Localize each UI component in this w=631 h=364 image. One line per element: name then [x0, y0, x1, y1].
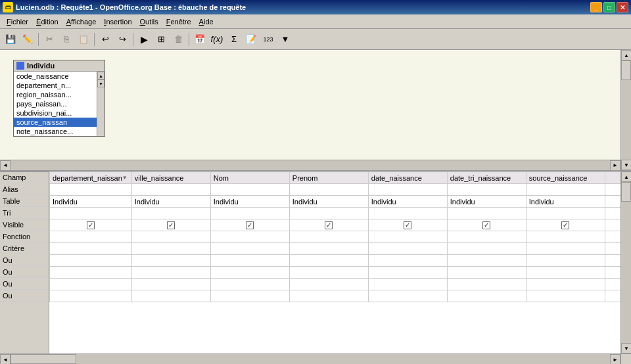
fonction-col4[interactable] — [289, 231, 368, 243]
ou4-col3[interactable] — [210, 290, 289, 302]
champ-col5[interactable]: date_naissance — [368, 172, 447, 184]
fonction-col6[interactable] — [447, 231, 526, 243]
ou1-col5[interactable] — [368, 255, 447, 267]
field-source[interactable]: source_naissan — [14, 118, 97, 127]
ou3-col4[interactable] — [289, 279, 368, 290]
visible-checkbox-1[interactable] — [87, 221, 95, 229]
ou4-col4[interactable] — [289, 290, 368, 302]
window-controls[interactable]: _ □ ✕ — [590, 2, 628, 12]
visible-col6[interactable] — [447, 219, 526, 231]
grid-vscrollbar[interactable]: ▲ ▼ — [620, 171, 631, 353]
scroll-right-arrow[interactable]: ► — [610, 160, 620, 171]
ou3-col6[interactable] — [447, 279, 526, 290]
field-note[interactable]: note_naissance... — [14, 127, 97, 136]
design-view-button[interactable]: ⊞ — [153, 32, 169, 47]
ou2-col5[interactable] — [368, 267, 447, 279]
fonction-col5[interactable] — [368, 231, 447, 243]
ou3-col8[interactable] — [605, 279, 620, 290]
scroll-left-arrow[interactable]: ◄ — [0, 160, 11, 171]
table-col3[interactable]: Individu — [210, 196, 289, 208]
function-button[interactable]: f(x) — [209, 32, 225, 47]
fonction-col3[interactable] — [210, 231, 289, 243]
undo-button[interactable]: ↩ — [97, 32, 113, 47]
menu-outils[interactable]: Outils — [136, 16, 162, 27]
alias-col3[interactable] — [210, 184, 289, 196]
ou2-col3[interactable] — [210, 267, 289, 279]
ou3-col1[interactable] — [50, 279, 132, 290]
visible-checkbox-5[interactable] — [404, 221, 411, 229]
ou1-col7[interactable] — [526, 255, 605, 267]
champ-col3[interactable]: Nom — [210, 172, 289, 184]
insert-table-button[interactable]: 📅 — [192, 32, 208, 47]
upper-vscrollbar[interactable]: ▲ ▼ — [620, 50, 631, 170]
menu-aide[interactable]: Aide — [195, 16, 218, 27]
close-button[interactable]: ✕ — [617, 2, 628, 12]
menu-insertion[interactable]: Insertion — [100, 16, 135, 27]
ou2-col4[interactable] — [289, 267, 368, 279]
upper-scroll-thumb[interactable] — [621, 60, 631, 80]
critere-col3[interactable] — [210, 243, 289, 255]
alias-col5[interactable] — [368, 184, 447, 196]
scroll-up-arrow[interactable]: ▲ — [621, 50, 631, 60]
alias-col8[interactable] — [605, 184, 620, 196]
visible-checkbox-7[interactable] — [561, 221, 569, 229]
visible-col8[interactable] — [605, 219, 620, 231]
ou2-col2[interactable] — [131, 267, 210, 279]
grid-scroll-up[interactable]: ▲ — [621, 171, 631, 182]
table-col8[interactable] — [605, 196, 620, 208]
grid-scroll-right[interactable]: ► — [610, 354, 620, 364]
table-col1[interactable]: Individu — [50, 196, 132, 208]
upper-scroll-track[interactable] — [621, 60, 631, 160]
grid-scroll-left[interactable]: ◄ — [0, 354, 11, 364]
ou4-col8[interactable] — [605, 290, 620, 302]
menu-fenetre[interactable]: Fenêtre — [162, 16, 195, 27]
tri-col3[interactable] — [210, 208, 289, 219]
tri-col5[interactable] — [368, 208, 447, 219]
visible-col2[interactable] — [131, 219, 210, 231]
grid-scroll-down[interactable]: ▼ — [621, 343, 631, 353]
critere-col4[interactable] — [289, 243, 368, 255]
ou1-col2[interactable] — [131, 255, 210, 267]
ou1-col3[interactable] — [210, 255, 289, 267]
table-col7[interactable]: Individu — [526, 196, 605, 208]
ou1-col8[interactable] — [605, 255, 620, 267]
critere-col6[interactable] — [447, 243, 526, 255]
ou4-col5[interactable] — [368, 290, 447, 302]
visible-col4[interactable] — [289, 219, 368, 231]
ou3-col5[interactable] — [368, 279, 447, 290]
champ-col7[interactable]: source_naissance — [526, 172, 605, 184]
distinct-values-button[interactable]: 123 — [260, 32, 276, 47]
visible-col7[interactable] — [526, 219, 605, 231]
ou2-col7[interactable] — [526, 267, 605, 279]
run-query-button[interactable]: ▶ — [136, 32, 152, 47]
table-col2[interactable]: Individu — [131, 196, 210, 208]
tri-col4[interactable] — [289, 208, 368, 219]
upper-hscrollbar[interactable]: ◄ ► — [0, 160, 620, 170]
tri-col2[interactable] — [131, 208, 210, 219]
menu-affichage[interactable]: Affichage — [62, 16, 101, 27]
champ-col2[interactable]: ville_naissance — [131, 172, 210, 184]
minimize-button[interactable]: _ — [590, 2, 602, 12]
ou4-col2[interactable] — [131, 290, 210, 302]
critere-col1[interactable] — [50, 243, 132, 255]
grid-vscroll-track[interactable] — [621, 182, 631, 343]
alias-button[interactable]: 📝 — [243, 32, 259, 47]
scroll-down-arrow[interactable]: ▼ — [621, 160, 631, 170]
visible-checkbox-4[interactable] — [325, 221, 333, 229]
menu-fichier[interactable]: Fichier — [3, 16, 32, 27]
critere-col7[interactable] — [526, 243, 605, 255]
grid-hscroll-thumb[interactable] — [11, 354, 76, 364]
visible-checkbox-6[interactable] — [482, 221, 490, 229]
ou1-col6[interactable] — [447, 255, 526, 267]
menu-edition[interactable]: Édition — [32, 16, 62, 27]
critere-col8[interactable] — [605, 243, 620, 255]
tri-col1[interactable] — [50, 208, 132, 219]
tri-col6[interactable] — [447, 208, 526, 219]
field-code-naissance[interactable]: code_naissance — [14, 72, 97, 81]
alias-col1[interactable] — [50, 184, 132, 196]
copy-button[interactable]: ⎘ — [58, 32, 74, 47]
ou4-col7[interactable] — [526, 290, 605, 302]
alias-col4[interactable] — [289, 184, 368, 196]
grid-vscroll-thumb[interactable] — [621, 182, 631, 202]
field-departement[interactable]: departement_n... — [14, 81, 97, 90]
